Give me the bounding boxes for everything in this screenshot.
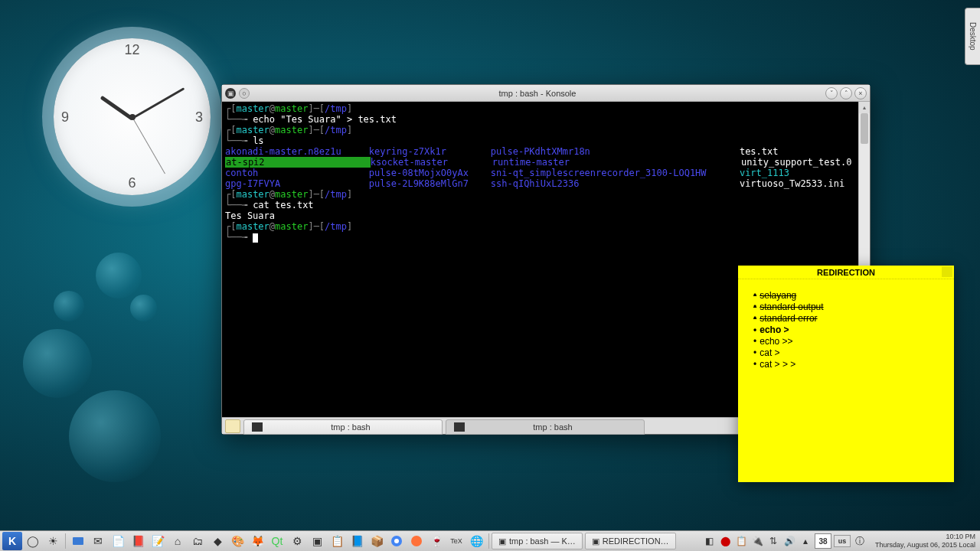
- clock-9: 9: [61, 109, 69, 125]
- system-tray: ◧ ⬤ 📋 🔌 ⇅ 🔊 ▴ 38 us ⓘ 10:10 PM Thursday,…: [702, 531, 978, 551]
- app-icon: ▣: [225, 88, 236, 99]
- hour-hand: [100, 95, 133, 120]
- vbox-icon[interactable]: 📦: [368, 533, 386, 549]
- document-icon[interactable]: 📋: [328, 533, 346, 549]
- taskbar-task[interactable]: ▣tmp : bash — K…: [492, 533, 583, 549]
- clock-12: 12: [124, 42, 139, 58]
- bg-bubble: [130, 295, 157, 321]
- tray-devices-icon[interactable]: 🔌: [750, 534, 764, 548]
- taskbar-divider: [488, 533, 489, 549]
- sticky-close-button[interactable]: [942, 266, 952, 277]
- files-icon[interactable]: 🗂: [188, 533, 207, 549]
- sticky-item: cat >: [753, 347, 939, 359]
- okular-icon[interactable]: 📕: [129, 533, 147, 549]
- sticky-item: cat > > >: [753, 359, 939, 370]
- second-hand: [132, 117, 165, 174]
- minute-hand: [132, 87, 185, 119]
- krita-icon[interactable]: 🎨: [228, 533, 247, 549]
- tray-clipboard-icon[interactable]: 📋: [734, 534, 748, 548]
- terminal-icon: [252, 422, 263, 432]
- gimp-icon[interactable]: 🦊: [248, 533, 266, 549]
- tab-label: tmp : bash: [267, 422, 434, 432]
- scroll-thumb[interactable]: [861, 113, 868, 144]
- inkscape-icon[interactable]: ◆: [208, 533, 227, 549]
- tray-notifications-icon[interactable]: ⓘ: [853, 534, 867, 548]
- sticky-item: selayang: [753, 290, 939, 302]
- sticky-item: echo >: [753, 324, 939, 336]
- clock-6: 6: [128, 175, 136, 191]
- task-label: REDIRECTION…: [603, 536, 669, 546]
- scroll-up-button[interactable]: ▴: [859, 102, 870, 113]
- keyboard-layout-badge[interactable]: us: [834, 535, 851, 547]
- kate-icon[interactable]: 📝: [149, 533, 167, 549]
- bg-bubble: [23, 329, 92, 398]
- new-session-button[interactable]: [225, 419, 240, 433]
- konsole-tab[interactable]: tmp : bash: [243, 419, 443, 435]
- svg-rect-0: [73, 537, 83, 545]
- home-icon[interactable]: ⌂: [168, 533, 187, 549]
- sticky-note[interactable]: REDIRECTION selayangstandard outputstand…: [738, 266, 954, 482]
- new-tab-icon[interactable]: ○: [239, 88, 250, 99]
- tray-expand-icon[interactable]: ▴: [799, 534, 812, 548]
- qt-icon[interactable]: Qt: [268, 533, 286, 549]
- svg-point-2: [394, 539, 399, 543]
- settings-icon[interactable]: ⚙: [288, 533, 306, 549]
- kmail-icon[interactable]: ✉: [89, 533, 107, 549]
- taskbar-divider: [65, 533, 66, 549]
- kwrite-icon[interactable]: 📄: [109, 533, 127, 549]
- bg-bubble: [96, 253, 142, 298]
- taskbar-clock[interactable]: 10:10 PM Thursday, August 06, 2015 Local: [872, 533, 978, 549]
- taskbar[interactable]: K ◯ ☀ ✉ 📄 📕 📝 ⌂ 🗂 ◆ 🎨 🦊 Qt ⚙ ▣ 📋 📘 📦 🍷 T…: [0, 530, 980, 551]
- sticky-item: echo >>: [753, 336, 939, 347]
- tray-app-icon[interactable]: ◧: [702, 534, 716, 548]
- libreoffice-icon[interactable]: 📘: [348, 533, 366, 549]
- window-titlebar[interactable]: ▣ ○ tmp : bash - Konsole ˅ ˄ ×: [222, 85, 870, 102]
- firefox-icon[interactable]: [407, 533, 426, 549]
- dolphin-icon[interactable]: [69, 533, 87, 549]
- bg-bubble: [54, 291, 84, 321]
- window-title: tmp : bash - Konsole: [250, 89, 825, 98]
- konsole-tab[interactable]: tmp : bash: [446, 419, 645, 435]
- task-icon: ▣: [592, 536, 599, 546]
- sticky-body[interactable]: selayangstandard outputstandard errorech…: [738, 279, 954, 381]
- analog-clock-widget: 12 3 6 9: [42, 15, 222, 245]
- tray-recorder-icon[interactable]: ⬤: [718, 534, 732, 548]
- sticky-title-text: REDIRECTION: [817, 268, 875, 277]
- sticky-title[interactable]: REDIRECTION: [738, 266, 954, 279]
- weather-icon[interactable]: ☀: [44, 533, 62, 549]
- clock-center: [129, 114, 136, 120]
- taskbar-task[interactable]: ▣REDIRECTION…: [585, 533, 676, 549]
- taskbar-date: Thursday, August 06, 2015 Local: [875, 541, 975, 549]
- network-icon[interactable]: 🌐: [467, 533, 485, 549]
- tex-icon[interactable]: TeX: [447, 533, 466, 549]
- tab-label: tmp : bash: [469, 422, 636, 432]
- bg-bubble: [69, 390, 161, 482]
- desktop-edge-tab[interactable]: Desktop: [965, 8, 980, 65]
- wine-icon[interactable]: 🍷: [427, 533, 446, 549]
- minimize-button[interactable]: ˅: [825, 87, 838, 99]
- taskbar-time: 10:10 PM: [875, 533, 975, 541]
- konsole-icon[interactable]: ▣: [308, 533, 326, 549]
- calendar-badge[interactable]: 38: [815, 533, 831, 549]
- kde-launcher-button[interactable]: K: [2, 532, 22, 550]
- svg-point-3: [411, 536, 422, 546]
- sticky-item: standard error: [753, 313, 939, 324]
- sticky-item: standard output: [753, 302, 939, 313]
- task-icon: ▣: [498, 536, 506, 546]
- tray-network-icon[interactable]: ⇅: [766, 534, 780, 548]
- chromium-icon[interactable]: [387, 533, 406, 549]
- maximize-button[interactable]: ˄: [840, 87, 852, 99]
- tray-volume-icon[interactable]: 🔊: [782, 534, 796, 548]
- task-label: tmp : bash — K…: [509, 536, 576, 546]
- close-button[interactable]: ×: [854, 87, 867, 99]
- activity-icon[interactable]: ◯: [24, 533, 42, 549]
- terminal-icon: [454, 422, 465, 432]
- clock-3: 3: [195, 109, 203, 125]
